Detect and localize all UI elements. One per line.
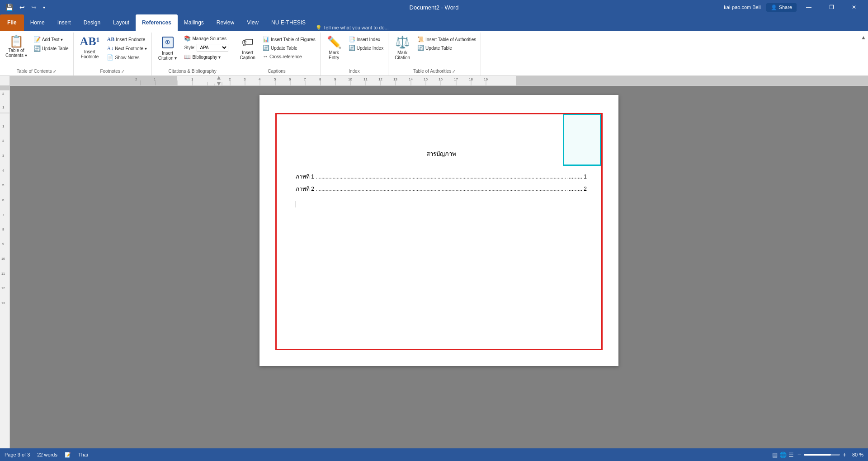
tab-references[interactable]: References: [136, 14, 178, 31]
table-of-contents-button[interactable]: 📋 Table ofContents ▾: [3, 33, 30, 60]
bibliography-icon: 📖: [184, 54, 191, 60]
style-select[interactable]: APA MLA Chicago: [197, 44, 228, 52]
svg-marker-49: [217, 82, 221, 86]
group-label-citations: Citations & Bibliography: [155, 68, 231, 75]
status-right: ▤ 🌐 ☰ − + 80 %: [772, 451, 863, 458]
web-layout-icon[interactable]: 🌐: [779, 452, 787, 458]
next-footnote-icon: A↓: [107, 45, 113, 52]
footnotes-group-expand-icon[interactable]: ⤢: [121, 69, 125, 74]
insert-index-button[interactable]: 📑 Insert Index: [347, 35, 386, 43]
insert-caption-button[interactable]: 🏷 InsertCaption: [236, 33, 259, 62]
toc-group-expand-icon[interactable]: ⤢: [53, 69, 57, 74]
insert-index-icon: 📑: [349, 36, 355, 42]
group-label-captions: Captions: [236, 68, 317, 75]
svg-text:3: 3: [2, 154, 5, 158]
zoom-in-button[interactable]: +: [843, 451, 846, 458]
group-label-toc: Table of Contents ⤢: [3, 68, 71, 75]
outline-icon[interactable]: ☰: [788, 452, 794, 458]
show-notes-button[interactable]: 📄 Show Notes: [105, 53, 148, 61]
save-button[interactable]: 💾: [4, 3, 15, 12]
zoom-slider[interactable]: [804, 454, 840, 456]
tof-entry-2: ภาพที่ 2 ...............................…: [296, 184, 587, 193]
ribbon-tabs: File Home Insert Design Layout Reference…: [0, 14, 868, 31]
print-layout-icon[interactable]: ▤: [772, 452, 778, 458]
svg-rect-1: [516, 76, 868, 86]
update-table-authorities-button[interactable]: 🔄 Update Table: [415, 44, 478, 52]
insert-citation-button[interactable]: ① InsertCitation ▾: [155, 33, 181, 62]
svg-text:4: 4: [2, 169, 5, 173]
insert-table-of-figures-button[interactable]: 📊 Insert Table of Figures: [261, 35, 317, 43]
insert-endnote-button[interactable]: AB Insert Endnote: [105, 35, 148, 44]
cross-reference-icon: ↔: [263, 53, 268, 60]
mark-entry-button[interactable]: ✏️ MarkEntry: [323, 33, 345, 62]
update-table-toc-button[interactable]: 🔄 Update Table: [32, 44, 71, 53]
ribbon-collapse-button[interactable]: ▲: [859, 33, 868, 75]
status-left: Page 3 of 3 22 words 📝 Thai: [5, 452, 88, 458]
title-bar: 💾 ↩ ↪ ▾ Document2 - Word kai-pao.com Bel…: [0, 0, 868, 14]
customize-quick-access-button[interactable]: ▾: [41, 4, 47, 11]
vertical-ruler: 2 1 1 2 3 4 5 6 7 8 9 10 11 12 13: [0, 86, 10, 448]
svg-text:5: 5: [2, 183, 5, 187]
svg-text:13: 13: [1, 301, 5, 305]
document-title: Document2 - Word: [410, 4, 459, 11]
share-button[interactable]: 👤 Share: [766, 3, 797, 12]
tab-insert[interactable]: Insert: [51, 14, 77, 31]
insert-footnote-button[interactable]: AB¹ InsertFootnote: [76, 33, 104, 61]
group-table-of-contents: 📋 Table ofContents ▾ 📝 Add Text ▾ 🔄 Upda…: [0, 33, 74, 75]
update-table-captions-button[interactable]: 🔄 Update Table: [261, 44, 317, 52]
restore-button[interactable]: ❐: [821, 0, 842, 14]
tell-me-box[interactable]: 💡 Tell me what you want to do...: [316, 25, 389, 31]
svg-text:11: 11: [363, 77, 368, 81]
user-name: kai-pao.com Bell: [724, 5, 760, 10]
svg-text:17: 17: [454, 77, 458, 81]
ruler-corner: [0, 76, 10, 86]
svg-text:12: 12: [378, 77, 382, 81]
ruler-row: 2 1 1 2 3 4: [0, 76, 868, 86]
tab-nu-ethesis[interactable]: NU E-THESIS: [265, 14, 312, 31]
tab-view[interactable]: View: [241, 14, 265, 31]
svg-text:8: 8: [2, 227, 5, 231]
redo-button[interactable]: ↪: [29, 3, 38, 12]
insert-table-of-authorities-button[interactable]: 📜 Insert Table of Authorities: [415, 35, 478, 43]
update-toa-icon: 🔄: [417, 45, 424, 51]
language[interactable]: Thai: [78, 452, 88, 457]
group-label-table-of-authorities: Table of Authorities ⤢: [391, 68, 478, 75]
tab-mailings[interactable]: Mailings: [178, 14, 210, 31]
svg-rect-0: [10, 76, 177, 86]
close-button[interactable]: ✕: [844, 0, 864, 14]
zoom-slider-fill: [804, 454, 831, 456]
status-bar: Page 3 of 3 22 words 📝 Thai ▤ 🌐 ☰ − + 80…: [0, 448, 868, 461]
document-area: 2 1 1 2 3 4: [0, 76, 868, 448]
svg-rect-50: [0, 86, 10, 90]
zoom-out-button[interactable]: −: [797, 451, 801, 458]
bibliography-button[interactable]: 📖 Bibliography ▾: [182, 53, 230, 61]
svg-text:2: 2: [135, 77, 137, 81]
zoom-level[interactable]: 80 %: [849, 452, 863, 457]
svg-text:2: 2: [2, 92, 5, 96]
undo-button[interactable]: ↩: [18, 3, 27, 12]
tab-home[interactable]: Home: [24, 14, 51, 31]
add-text-button[interactable]: 📝 Add Text ▾: [32, 35, 71, 44]
mark-citation-button[interactable]: ⚖️ MarkCitation: [391, 33, 414, 62]
tab-file[interactable]: File: [0, 14, 24, 31]
tab-layout[interactable]: Layout: [107, 14, 136, 31]
toa-group-expand-icon[interactable]: ⤢: [452, 69, 456, 74]
group-table-of-authorities: ⚖️ MarkCitation 📜 Insert Table of Author…: [388, 33, 481, 75]
manage-sources-button[interactable]: 📚 Manage Sources: [182, 34, 230, 42]
quick-access-toolbar: 💾 ↩ ↪ ▾: [4, 3, 47, 12]
document-scroll[interactable]: สารบัญภาพ ภาพที่ 1 .....................…: [10, 86, 868, 448]
svg-text:19: 19: [484, 77, 488, 81]
svg-text:1: 1: [154, 77, 156, 81]
tab-design[interactable]: Design: [77, 14, 107, 31]
minimize-button[interactable]: —: [798, 0, 819, 14]
tab-review[interactable]: Review: [210, 14, 241, 31]
svg-text:9: 9: [334, 77, 336, 81]
proofing-icon[interactable]: 📝: [65, 452, 71, 458]
svg-text:3: 3: [244, 77, 246, 81]
next-footnote-button[interactable]: A↓ Next Footnote ▾: [105, 44, 148, 53]
cross-reference-button[interactable]: ↔ Cross-reference: [261, 52, 317, 61]
svg-text:11: 11: [1, 272, 5, 275]
update-index-button[interactable]: 🔄 Update Index: [347, 44, 386, 52]
update-index-icon: 🔄: [349, 45, 355, 51]
svg-text:1: 1: [191, 77, 193, 81]
